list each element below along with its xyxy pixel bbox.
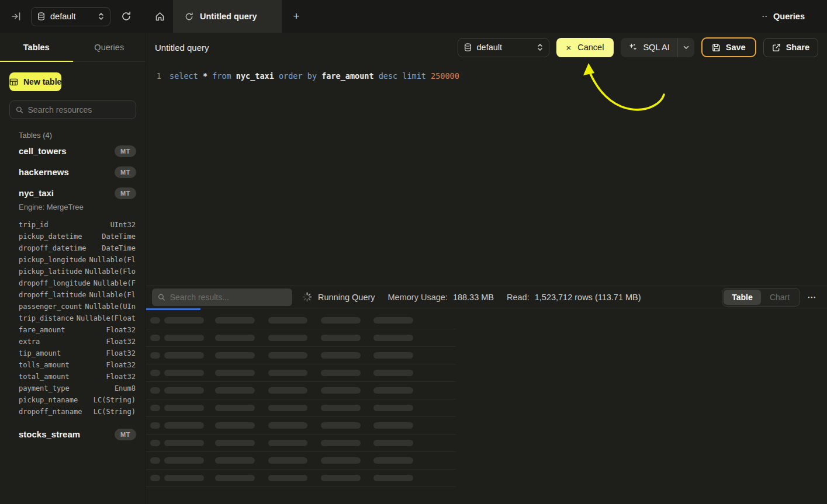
- skeleton-cell: [373, 335, 413, 341]
- column-row: fare_amountFloat32: [19, 324, 136, 336]
- skeleton-cell: [268, 370, 307, 376]
- sql-ai-button-group: SQL AI: [621, 38, 694, 57]
- query-title: Untitled query: [155, 43, 209, 53]
- tab-untitled-query[interactable]: Untitled query: [173, 0, 282, 33]
- results-panel: Running Query Memory Usage: 188.33 MB Re…: [146, 286, 827, 504]
- skeleton-cell: [215, 317, 255, 324]
- column-type: Nullable(Fl: [89, 289, 136, 301]
- skeleton-cell: [215, 440, 255, 446]
- home-icon: [155, 12, 165, 22]
- main-area: Untitled query default × Cancel SQL AI: [146, 33, 827, 504]
- save-button[interactable]: Save: [701, 37, 756, 57]
- view-toggle: Table Chart: [722, 288, 800, 307]
- skeleton-cell: [164, 457, 204, 464]
- skeleton-cell: [321, 335, 361, 341]
- column-type: Float32: [106, 359, 136, 371]
- table-name: hackernews: [19, 167, 69, 177]
- new-tab-button[interactable]: +: [282, 0, 310, 33]
- column-name: tolls_amount: [19, 359, 70, 371]
- home-tab-button[interactable]: [146, 0, 173, 33]
- column-name: passenger_count: [19, 301, 82, 312]
- topbar-database-selector[interactable]: default: [31, 7, 110, 26]
- collapse-sidebar-icon: [11, 12, 22, 21]
- skeleton-cell: [373, 440, 413, 446]
- engine-info: Engine: MergeTree: [19, 203, 146, 214]
- column-name: trip_distance: [19, 312, 74, 324]
- sql-ai-label: SQL AI: [643, 43, 669, 52]
- results-loading-skeleton: [146, 312, 827, 487]
- skeleton-row: [146, 452, 456, 470]
- new-table-button[interactable]: New table: [9, 72, 61, 91]
- sql-token: *: [198, 71, 207, 81]
- memory-usage-label: Memory Usage:: [388, 293, 448, 302]
- table-name: cell_towers: [19, 146, 67, 156]
- spinner-icon: [302, 292, 312, 302]
- column-row: dropoff_datetimeDateTime: [19, 242, 136, 254]
- column-row: tolls_amountFloat32: [19, 359, 136, 371]
- table-row-cell-towers[interactable]: cell_towers MT: [0, 141, 146, 161]
- column-row: trip_distanceNullable(Float: [19, 312, 136, 324]
- skeleton-cell: [150, 317, 160, 324]
- view-toggle-table[interactable]: Table: [724, 290, 761, 305]
- skeleton-cell: [215, 422, 255, 429]
- column-name: pickup_longitude: [19, 254, 86, 266]
- queries-link[interactable]: ·· Queries: [762, 0, 805, 33]
- sql-editor[interactable]: 1 select * from nyc_taxi order by fare_a…: [146, 62, 827, 286]
- sql-ai-button[interactable]: SQL AI: [621, 38, 677, 57]
- column-row: pickup_datetimeDateTime: [19, 231, 136, 242]
- sql-token: from: [207, 71, 231, 81]
- skeleton-cell: [321, 405, 361, 411]
- sidebar-tabs: Tables Queries: [0, 33, 146, 62]
- skeleton-cell: [150, 422, 160, 429]
- refresh-button[interactable]: [117, 7, 136, 26]
- column-type: Nullable(F: [94, 277, 136, 289]
- skeleton-row: [146, 417, 456, 435]
- skeleton-row: [146, 312, 456, 329]
- resource-search-input[interactable]: [28, 105, 130, 114]
- table-row-stocks-stream[interactable]: stocks_stream MT: [0, 425, 146, 444]
- skeleton-cell: [373, 387, 413, 394]
- table-grid-icon: [9, 78, 18, 86]
- skeleton-cell: [373, 422, 413, 429]
- table-row-nyc-taxi[interactable]: nyc_taxi MT: [0, 183, 146, 203]
- line-number: 1: [146, 70, 161, 82]
- column-type: Nullable(UIn: [85, 301, 136, 312]
- skeleton-cell: [150, 457, 160, 464]
- skeleton-cell: [268, 352, 307, 359]
- more-options-button[interactable]: ⋯: [807, 292, 816, 303]
- column-name: dropoff_ntaname: [19, 406, 82, 418]
- column-type: Nullable(Flo: [85, 266, 136, 277]
- sidebar-tab-queries[interactable]: Queries: [73, 33, 146, 61]
- skeleton-cell: [321, 370, 361, 376]
- sidebar-tab-tables[interactable]: Tables: [0, 33, 73, 61]
- column-row: passenger_countNullable(UIn: [19, 301, 136, 312]
- cancel-button[interactable]: × Cancel: [556, 38, 614, 57]
- code-line: 1 select * from nyc_taxi order by fare_a…: [146, 70, 827, 82]
- skeleton-cell: [164, 335, 204, 341]
- query-database-selector[interactable]: default: [458, 38, 549, 57]
- skeleton-cell: [321, 317, 361, 324]
- column-row: dropoff_latitudeNullable(Fl: [19, 289, 136, 301]
- share-icon: [772, 43, 781, 52]
- table-name: nyc_taxi: [19, 188, 54, 198]
- skeleton-cell: [321, 457, 361, 464]
- sql-token: limit: [397, 71, 426, 81]
- column-type: Float32: [106, 336, 136, 347]
- results-search-input[interactable]: [170, 293, 286, 302]
- share-button[interactable]: Share: [763, 38, 818, 57]
- table-row-hackernews[interactable]: hackernews MT: [0, 162, 146, 182]
- skeleton-cell: [321, 475, 361, 481]
- column-row: payment_typeEnum8: [19, 383, 136, 394]
- collapse-sidebar-button[interactable]: [7, 7, 26, 26]
- skeleton-cell: [373, 475, 413, 481]
- database-selector-value: default: [477, 43, 503, 52]
- sql-token: order: [274, 71, 303, 81]
- column-row: extraFloat32: [19, 336, 136, 347]
- skeleton-cell: [321, 422, 361, 429]
- tables-section-label: Tables (4): [19, 131, 136, 140]
- sql-ai-dropdown-button[interactable]: [678, 38, 694, 57]
- query-status: Running Query: [318, 293, 375, 302]
- column-name: pickup_datetime: [19, 231, 82, 242]
- skeleton-cell: [215, 352, 255, 359]
- view-toggle-chart[interactable]: Chart: [761, 290, 798, 305]
